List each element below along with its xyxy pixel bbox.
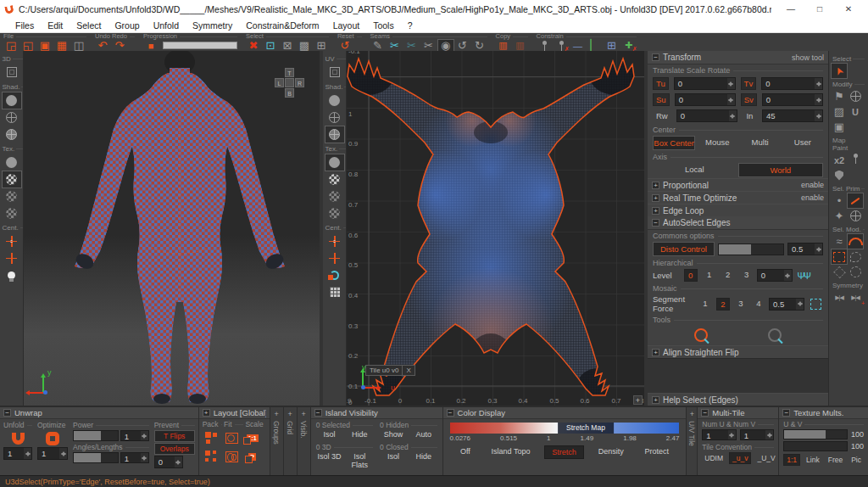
enable-label[interactable]: enable bbox=[801, 181, 824, 189]
tile-convention-button[interactable]: _U_V bbox=[754, 453, 777, 463]
island-visibility-button[interactable]: Isol 3D bbox=[316, 451, 343, 470]
brush-selection-icon[interactable] bbox=[848, 234, 863, 249]
vertical-constraint-icon[interactable]: ▏ bbox=[587, 40, 603, 51]
soft-selection-icon[interactable]: ≈ bbox=[832, 234, 847, 249]
redo-icon[interactable]: ↷ bbox=[112, 40, 127, 51]
segment-option-button[interactable]: 2 bbox=[716, 298, 730, 311]
island-visibility-button[interactable]: Isol bbox=[316, 429, 343, 439]
collapse-icon[interactable]: − bbox=[447, 409, 454, 417]
num-v-input[interactable]: 1 bbox=[740, 429, 775, 440]
help-select-panel-header[interactable]: + Help Select (Edges) bbox=[648, 393, 828, 406]
level-option-button[interactable]: 1 bbox=[703, 269, 716, 282]
mirror-icon[interactable]: ▶|◀ bbox=[832, 290, 847, 305]
viewport-3d[interactable]: T LR B y bbox=[24, 51, 320, 406]
frame-view-icon[interactable] bbox=[3, 64, 21, 81]
color-mode-button[interactable]: Stretch bbox=[544, 445, 584, 459]
level-value-input[interactable]: 0 bbox=[757, 269, 793, 282]
shading-wireframe-icon[interactable] bbox=[326, 109, 344, 126]
disto-control-button[interactable]: Disto Control bbox=[653, 242, 715, 256]
reset-icon[interactable]: ↺ bbox=[337, 40, 353, 51]
menu-item[interactable]: ? bbox=[401, 20, 420, 31]
texture-checker-icon[interactable] bbox=[326, 171, 344, 188]
collapse-icon[interactable]: − bbox=[782, 409, 790, 417]
texture-mult-button[interactable]: Link bbox=[804, 455, 822, 465]
save-icon[interactable]: ▣ bbox=[37, 40, 53, 51]
clear-selection-icon[interactable]: ✖ bbox=[246, 40, 261, 51]
enable-label[interactable]: enable bbox=[801, 193, 824, 202]
rotate-lock-icon[interactable] bbox=[326, 267, 344, 283]
shrink-tool-icon[interactable] bbox=[765, 327, 784, 344]
menu-item[interactable]: Group bbox=[108, 20, 146, 31]
texture-v-slider[interactable] bbox=[783, 441, 848, 451]
transform-panel-header[interactable]: − Transform show tool bbox=[648, 51, 828, 64]
island-visibility-button[interactable]: Isol Flats bbox=[346, 451, 373, 470]
texture-mult-button[interactable]: 1:1 bbox=[783, 454, 800, 466]
scale-1-1-button[interactable]: 1:1 bbox=[243, 429, 262, 446]
texture-checker-2-icon[interactable] bbox=[326, 188, 344, 204]
segment-option-button[interactable]: 1 bbox=[698, 298, 712, 311]
grid-constraint-icon[interactable]: ⊞ bbox=[604, 40, 620, 51]
power-input[interactable]: 1 bbox=[120, 430, 149, 441]
pin-icon[interactable] bbox=[537, 40, 552, 51]
island-visibility-button[interactable]: Show bbox=[380, 429, 407, 439]
menu-item[interactable]: Edit bbox=[41, 20, 70, 31]
island-select-icon[interactable] bbox=[848, 209, 863, 223]
maximize-button[interactable]: □ bbox=[805, 1, 834, 18]
minimize-button[interactable]: — bbox=[776, 1, 805, 18]
show-tool-link[interactable]: show tool bbox=[792, 53, 824, 62]
x2-multiplier-icon[interactable]: x2 bbox=[832, 153, 847, 167]
open-file-icon[interactable]: ◱ bbox=[20, 40, 36, 51]
shading-solid-icon[interactable] bbox=[326, 92, 344, 109]
paste-symmetry-icon[interactable]: ▥ bbox=[513, 40, 528, 51]
texture-none-icon[interactable] bbox=[326, 154, 344, 171]
unwrap-panel-header[interactable]: − Unwrap bbox=[0, 407, 198, 419]
segment-option-button[interactable]: 4 bbox=[752, 298, 765, 311]
pack-scatter-button[interactable] bbox=[203, 448, 221, 465]
vertex-select-icon[interactable]: • bbox=[832, 193, 847, 208]
color-mode-button[interactable]: Off bbox=[453, 445, 477, 459]
color-mode-button[interactable]: Protect bbox=[637, 445, 676, 459]
su-input[interactable]: 0 bbox=[675, 93, 736, 106]
snapshot-icon[interactable]: ◫ bbox=[71, 40, 86, 51]
vertical-tab[interactable]: + Visib. bbox=[298, 407, 311, 475]
select-cursor-icon[interactable] bbox=[832, 64, 847, 78]
menu-item[interactable]: Constrain&Deform bbox=[239, 20, 326, 31]
relax-flag-icon[interactable]: ⚑ bbox=[832, 89, 847, 104]
view-cube-bottom[interactable]: B bbox=[285, 88, 294, 98]
texture-checker-3-icon[interactable] bbox=[3, 205, 21, 221]
angles-lengths-input[interactable]: 1 bbox=[120, 452, 149, 463]
hierarchy-tree-icon[interactable]: ΨΨ bbox=[796, 270, 811, 281]
polygon-select-icon[interactable]: ✦ bbox=[832, 209, 847, 223]
center-pivot-icon[interactable] bbox=[326, 250, 344, 266]
color-display-header[interactable]: − Color Display bbox=[443, 407, 687, 419]
center-option-button[interactable]: Box Center bbox=[653, 136, 695, 150]
texture-mult-button[interactable]: Free bbox=[826, 455, 845, 465]
close-button[interactable]: ✕ bbox=[834, 1, 863, 18]
save-as-icon[interactable]: ▦ bbox=[54, 40, 70, 51]
center-option-button[interactable]: User bbox=[782, 136, 823, 150]
pack-islands-button[interactable] bbox=[203, 429, 221, 446]
axis-option-button[interactable]: Local bbox=[653, 163, 737, 177]
disto-slider[interactable] bbox=[718, 244, 784, 255]
segment-value-input[interactable]: 0.5 bbox=[769, 298, 804, 311]
stop-icon[interactable]: ■ bbox=[143, 40, 159, 51]
prevent-input[interactable]: 0 bbox=[154, 456, 183, 468]
segment-option-button[interactable]: 3 bbox=[734, 298, 748, 311]
tile-convention-button[interactable]: _u_v bbox=[729, 452, 751, 464]
menu-item[interactable]: Layout bbox=[326, 20, 367, 31]
texture-checker-2-icon[interactable] bbox=[3, 188, 21, 204]
level-option-button[interactable]: 0 bbox=[684, 269, 698, 282]
mosaic-quad-icon[interactable] bbox=[808, 299, 823, 310]
edge-select-icon[interactable] bbox=[848, 193, 863, 208]
angles-lengths-slider[interactable] bbox=[73, 452, 119, 463]
grid-select-icon[interactable]: ⊞ bbox=[314, 40, 329, 51]
collapsed-panel-header[interactable]: + Proportional enable bbox=[648, 178, 828, 191]
view-cube-top[interactable]: T bbox=[285, 68, 294, 77]
circle-marquee-icon[interactable] bbox=[848, 265, 863, 279]
collapse-icon[interactable]: − bbox=[652, 219, 659, 227]
grid-snap-icon[interactable] bbox=[326, 284, 344, 300]
tu-input[interactable]: 0 bbox=[674, 77, 736, 90]
collapse-icon[interactable]: − bbox=[652, 53, 659, 61]
rw-input[interactable]: 0 bbox=[676, 109, 737, 122]
lasso-selection-icon[interactable] bbox=[848, 249, 863, 264]
